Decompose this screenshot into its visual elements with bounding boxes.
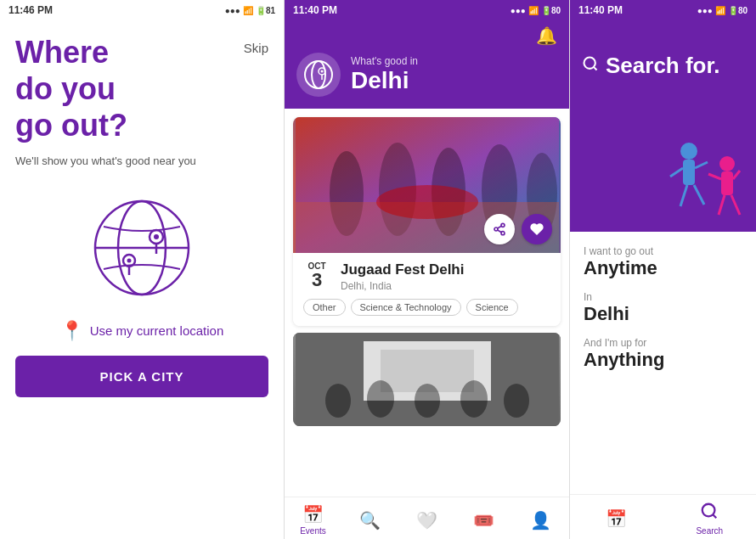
nav-search[interactable]: 🔍 <box>349 510 392 531</box>
globe-svg-icon <box>87 193 197 303</box>
tag-science[interactable]: Science <box>466 299 518 316</box>
s3-header: Search for. <box>570 20 756 130</box>
pick-city-button[interactable]: PICK A CITY <box>15 356 268 397</box>
invites-icon: 🎟️ <box>473 510 494 531</box>
calendar-icon: 📅 <box>606 508 627 529</box>
illustration-bg <box>570 130 756 232</box>
event-top-row: OCT 3 Jugaad Fest Delhi Delhi, India <box>303 261 550 292</box>
svg-point-50 <box>702 504 715 517</box>
s1-header: Where do you go out? Skip <box>15 34 268 144</box>
likes-icon: 🤍 <box>416 510 437 531</box>
title-line3: go out? <box>15 107 127 143</box>
s3-header-top <box>582 25 744 46</box>
city-name: Delhi <box>351 67 418 94</box>
s1-main-content: Where do you go out? Skip We'll show you… <box>0 20 284 539</box>
svg-line-26 <box>498 226 502 228</box>
location-row[interactable]: 📍 Use my current location <box>15 320 268 342</box>
event2-svg <box>296 333 559 426</box>
up-for-row: And I'm up for Anything <box>584 337 742 371</box>
battery-s2: 🔋80 <box>541 6 561 15</box>
nav-invites[interactable]: 🎟️ <box>463 510 505 531</box>
svg-point-44 <box>719 156 735 171</box>
want-value: Anytime <box>584 257 742 279</box>
wifi-icon: 📶 <box>243 6 253 15</box>
signal-icon: ●●● <box>225 6 240 15</box>
event-action-buttons <box>484 214 552 244</box>
tag-other[interactable]: Other <box>303 299 346 316</box>
status-bar-s1: 11:46 PM ●●● 📶 🔋81 <box>0 0 284 20</box>
svg-point-21 <box>376 185 478 219</box>
status-bar-s3: 11:40 PM ●●● 📶 🔋80 <box>570 0 756 20</box>
s3-nav-search[interactable]: Search <box>688 502 731 536</box>
s3-content: I want to go out Anytime In Delhi And I'… <box>570 232 756 494</box>
nav-profile[interactable]: 👤 <box>520 510 562 531</box>
svg-rect-39 <box>683 160 695 185</box>
s2-header-top: 🔔 <box>296 25 557 46</box>
in-row: In Delhi <box>584 291 742 325</box>
svg-point-30 <box>325 384 351 418</box>
title-line1: Where <box>15 34 127 70</box>
svg-rect-45 <box>721 171 733 195</box>
battery-s1: 🔋81 <box>256 6 275 15</box>
location-pin-icon: 📍 <box>60 320 83 342</box>
svg-point-5 <box>154 234 159 239</box>
app-logo <box>296 53 341 97</box>
s3-nav-calendar[interactable]: 📅 <box>595 508 638 529</box>
battery-s3: 🔋80 <box>728 6 748 15</box>
tag-science-tech[interactable]: Science & Technology <box>351 299 461 316</box>
svg-point-23 <box>494 227 498 231</box>
s2-header-text: What's good in Delhi <box>351 55 418 94</box>
search-title: Search for. <box>606 53 719 79</box>
event-date-box: OCT 3 <box>303 261 330 289</box>
event-location: Delhi, India <box>341 280 550 292</box>
nav-events[interactable]: 📅 Events <box>292 504 335 536</box>
status-icons-s2: ●●● 📶 🔋80 <box>511 6 561 15</box>
like-button[interactable] <box>522 214 552 244</box>
nav-events-label: Events <box>300 526 326 536</box>
status-time-s2: 11:40 PM <box>293 4 337 16</box>
svg-point-34 <box>504 384 529 418</box>
search-svg <box>582 55 599 72</box>
event-day: 3 <box>303 271 330 289</box>
svg-line-51 <box>714 514 717 518</box>
event-card-1[interactable]: OCT 3 Jugaad Fest Delhi Delhi, India Oth… <box>293 117 561 326</box>
wifi-s2: 📶 <box>528 6 539 15</box>
nav-likes[interactable]: 🤍 <box>406 510 449 531</box>
notification-bell-icon[interactable]: 🔔 <box>536 25 557 46</box>
bottom-nav-s3: 📅 Search <box>570 494 756 539</box>
up-for-label: And I'm up for <box>584 337 742 349</box>
search-nav-icon-s3 <box>700 502 719 525</box>
in-value: Delhi <box>584 303 742 325</box>
search-nav-label: Search <box>696 526 723 536</box>
s1-title: Where do you go out? <box>15 34 127 144</box>
location-text[interactable]: Use my current location <box>90 323 224 338</box>
svg-point-22 <box>501 223 505 227</box>
up-for-value: Anything <box>584 349 742 371</box>
status-time-s3: 11:40 PM <box>578 4 623 16</box>
bottom-nav-s2: 📅 Events 🔍 🤍 🎟️ 👤 <box>285 497 569 539</box>
status-icons-s3: ●●● 📶 🔋80 <box>697 6 748 15</box>
status-bar-s2: 11:40 PM ●●● 📶 🔋80 <box>285 0 569 20</box>
search-icon-s3[interactable] <box>582 55 599 76</box>
svg-point-38 <box>680 143 697 160</box>
share-button[interactable] <box>484 214 515 244</box>
signal-s3: ●●● <box>697 6 713 15</box>
screen-onboarding: 11:46 PM ●●● 📶 🔋81 Where do you go out? … <box>0 0 285 539</box>
event-card-2[interactable] <box>293 333 561 426</box>
logo-svg <box>303 59 334 90</box>
in-label: In <box>584 291 742 303</box>
svg-point-33 <box>460 380 488 418</box>
events-icon: 📅 <box>302 504 324 525</box>
status-icons-s1: ●●● 📶 🔋81 <box>225 6 275 15</box>
title-line2: do you <box>15 70 127 107</box>
profile-icon: 👤 <box>530 510 551 531</box>
svg-point-13 <box>321 70 324 73</box>
svg-point-8 <box>127 258 132 262</box>
svg-point-31 <box>367 380 394 418</box>
svg-point-35 <box>584 58 595 69</box>
skip-button[interactable]: Skip <box>244 41 268 55</box>
whats-good-label: What's good in <box>351 55 418 67</box>
s2-title-row: What's good in Delhi <box>296 53 557 97</box>
event-info: Jugaad Fest Delhi Delhi, India <box>341 261 550 292</box>
wifi-s3: 📶 <box>715 6 725 15</box>
